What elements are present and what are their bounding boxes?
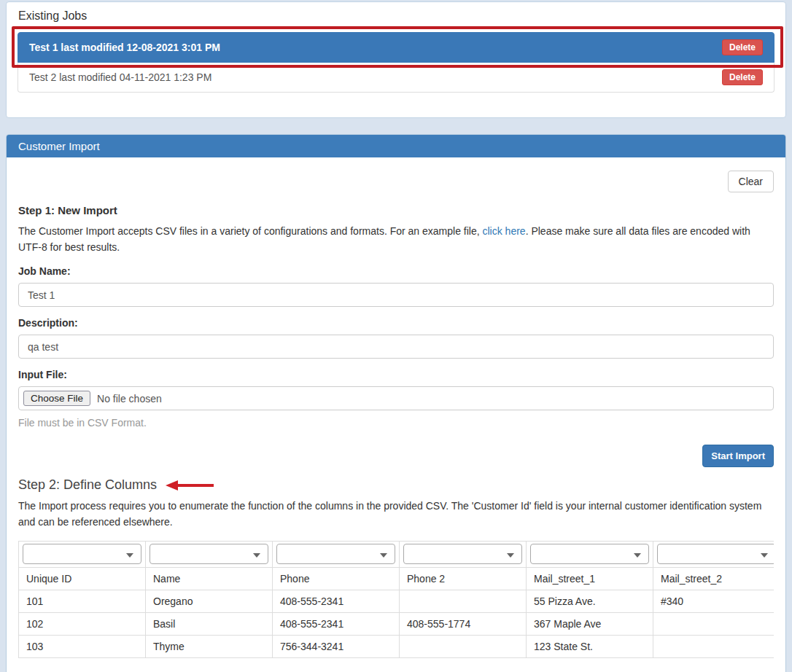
column-mapping-select[interactable] <box>276 544 395 564</box>
chevron-down-icon <box>380 553 387 558</box>
column-select-cell <box>146 541 273 567</box>
column-header: Unique ID <box>19 567 146 590</box>
import-preview-table: Unique IDNamePhonePhone 2Mail_street_1Ma… <box>18 541 774 658</box>
table-cell: 55 Pizza Ave. <box>527 590 653 612</box>
table-cell: 756-344-3241 <box>273 635 400 657</box>
column-header: Phone <box>273 567 400 590</box>
file-input[interactable]: Choose File No file chosen <box>18 386 774 410</box>
input-file-label: Input File: <box>18 369 774 380</box>
table-row: 102Basil408-555-2341408-555-1774367 Mapl… <box>19 612 774 635</box>
table-cell: 123 State St. <box>527 635 653 657</box>
job-name-label: Job Name: <box>18 265 774 277</box>
table-cell: 367 Maple Ave <box>527 612 653 635</box>
column-select-cell <box>400 541 527 567</box>
job-label: Test 2 last modified 04-11-2021 1:23 PM <box>29 71 211 83</box>
chevron-down-icon <box>126 553 133 558</box>
description-label: Description: <box>18 317 774 329</box>
existing-jobs-title: Existing Jobs <box>18 9 774 23</box>
table-cell: Thyme <box>146 635 273 657</box>
column-header: Phone 2 <box>400 567 527 590</box>
table-cell: Oregano <box>146 590 273 612</box>
column-header: Mail_street_2 <box>653 567 774 590</box>
job-row-test1[interactable]: Test 1 last modified 12-08-2021 3:01 PM … <box>18 32 774 63</box>
table-cell <box>653 635 774 657</box>
start-import-button[interactable]: Start Import <box>702 445 774 467</box>
existing-jobs-panel: Existing Jobs Test 1 last modified 12-08… <box>6 1 786 118</box>
job-name-input[interactable] <box>18 283 774 307</box>
table-row: 101Oregano408-555-234155 Pizza Ave.#340 <box>19 590 774 612</box>
table-cell <box>400 635 527 657</box>
column-mapping-select[interactable] <box>530 544 649 564</box>
column-select-cell <box>653 541 774 567</box>
customer-import-panel: Customer Import Clear Step 1: New Import… <box>6 134 786 672</box>
step1-heading: Step 1: New Import <box>18 204 774 216</box>
table-cell <box>653 612 774 635</box>
csv-format-note: File must be in CSV Format. <box>18 417 774 429</box>
column-select-cell <box>527 541 653 567</box>
column-select-cell <box>19 541 146 567</box>
column-header: Mail_street_1 <box>527 567 653 590</box>
table-cell: Basil <box>146 612 273 635</box>
desc-text: The Customer Import accepts CSV files in… <box>18 225 483 237</box>
job-label: Test 1 last modified 12-08-2021 3:01 PM <box>29 42 220 53</box>
chevron-down-icon <box>634 553 641 558</box>
chevron-down-icon <box>253 553 260 558</box>
job-row-test2[interactable]: Test 2 last modified 04-11-2021 1:23 PM … <box>18 63 774 93</box>
description-input[interactable] <box>18 335 774 359</box>
page: Existing Jobs Test 1 last modified 12-08… <box>0 0 792 672</box>
no-file-chosen-text: No file chosen <box>97 393 162 405</box>
delete-job-button[interactable]: Delete <box>722 39 763 55</box>
customer-import-body: Clear Step 1: New Import The Customer Im… <box>7 157 785 672</box>
annotation-arrow <box>166 480 214 491</box>
column-header: Name <box>146 567 273 590</box>
column-mapping-select[interactable] <box>403 544 522 564</box>
table-header-row: Unique IDNamePhonePhone 2Mail_street_1Ma… <box>19 567 774 590</box>
table-cell: 408-555-2341 <box>273 590 400 612</box>
table-cell: 101 <box>19 590 146 612</box>
jobs-list: Test 1 last modified 12-08-2021 3:01 PM … <box>18 32 774 93</box>
step1-description: The Customer Import accepts CSV files in… <box>18 224 774 255</box>
column-mapping-select[interactable] <box>657 544 774 564</box>
table-cell: 103 <box>19 635 146 657</box>
table-cell: #340 <box>653 590 774 612</box>
step2-description: The Import process requires you to enume… <box>18 499 774 530</box>
column-mapping-select[interactable] <box>23 544 141 564</box>
table-cell: 102 <box>19 612 146 635</box>
step2-heading: Step 2: Define Columns <box>18 477 157 493</box>
chevron-down-icon <box>507 553 514 558</box>
column-select-cell <box>273 541 400 567</box>
customer-import-header: Customer Import <box>7 135 785 157</box>
delete-job-button[interactable]: Delete <box>722 69 763 85</box>
clear-button[interactable]: Clear <box>728 171 774 192</box>
table-cell <box>400 590 527 612</box>
table-cell: 408-555-2341 <box>273 612 400 635</box>
column-mapping-select[interactable] <box>150 544 268 564</box>
table-cell: 408-555-1774 <box>400 612 527 635</box>
choose-file-button[interactable]: Choose File <box>23 391 90 406</box>
click-here-link[interactable]: click here <box>483 225 526 237</box>
table-scroll-area: Unique IDNamePhonePhone 2Mail_street_1Ma… <box>18 541 774 658</box>
table-row: 103Thyme756-344-3241123 State St. <box>19 635 774 657</box>
chevron-down-icon <box>761 553 768 558</box>
